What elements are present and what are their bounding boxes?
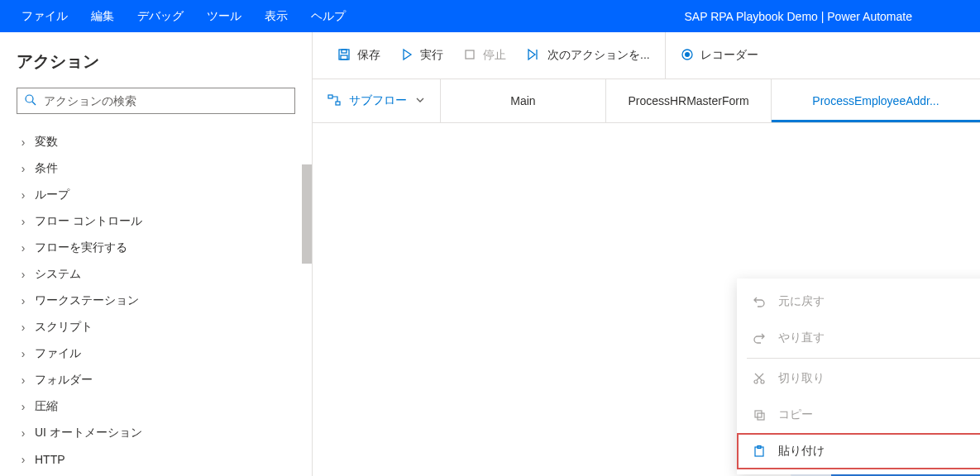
- window-title: SAP RPA Playbook Demo | Power Automate: [685, 10, 970, 23]
- svg-line-1: [32, 102, 36, 105]
- category-item[interactable]: ›ワークステーション: [10, 288, 302, 314]
- actions-sidebar: アクション ›変数 ›条件 ›ループ ›フロー コントロール ›フローを実行する…: [0, 32, 313, 476]
- category-label: フォルダー: [35, 373, 93, 388]
- category-item[interactable]: ›フローを実行する: [10, 235, 302, 261]
- save-label: 保存: [357, 48, 380, 63]
- category-item[interactable]: ›スクリプト: [10, 314, 302, 340]
- category-label: UI オートメーション: [35, 426, 142, 440]
- category-label: フロー コントロール: [35, 214, 142, 229]
- subflow-icon: [327, 93, 341, 109]
- content-area: 保存 実行 停止 次のアクションを... レコーダー: [313, 32, 980, 476]
- subflow-dropdown[interactable]: サブフロー: [313, 79, 441, 122]
- next-action-button[interactable]: 次のアクションを...: [516, 32, 660, 79]
- svg-marker-5: [404, 50, 411, 60]
- category-item[interactable]: ›フロー コントロール: [10, 208, 302, 235]
- run-button[interactable]: 実行: [390, 32, 453, 79]
- category-item[interactable]: ›フォルダー: [10, 367, 302, 393]
- svg-rect-6: [466, 50, 474, 59]
- svg-point-0: [26, 95, 33, 102]
- sidebar-scrollbar[interactable]: [302, 164, 312, 264]
- chevron-right-icon: ›: [17, 426, 30, 440]
- category-label: ファイル: [35, 346, 81, 361]
- stop-icon: [463, 48, 476, 64]
- tab-process-hr-master-form[interactable]: ProcessHRMasterForm: [606, 79, 772, 122]
- chevron-right-icon: ›: [17, 188, 30, 202]
- category-label: フローを実行する: [35, 240, 127, 255]
- svg-rect-3: [342, 50, 347, 53]
- category-item[interactable]: ›条件: [10, 155, 302, 182]
- category-label: ループ: [35, 188, 69, 202]
- run-label: 実行: [420, 48, 443, 63]
- menu-edit[interactable]: 編集: [79, 0, 126, 32]
- menu-debug[interactable]: デバッグ: [126, 0, 195, 32]
- category-item[interactable]: ›システム: [10, 261, 302, 288]
- menu-view[interactable]: 表示: [253, 0, 299, 32]
- svg-rect-11: [328, 95, 332, 98]
- chevron-right-icon: ›: [17, 321, 30, 334]
- step-icon: [526, 48, 541, 64]
- cut-icon: [752, 372, 767, 385]
- category-label: 圧縮: [35, 399, 58, 414]
- undo-icon: [752, 295, 767, 308]
- ctx-cut: 切り取り Ctrl+X: [737, 360, 980, 397]
- tab-process-employee-addr[interactable]: ProcessEmployeeAddr...: [772, 79, 980, 122]
- ctx-label: コピー: [778, 407, 980, 422]
- record-icon: [681, 48, 694, 64]
- copy-icon: [752, 408, 767, 421]
- search-actions-input[interactable]: [44, 94, 288, 107]
- svg-point-10: [685, 52, 690, 57]
- chevron-right-icon: ›: [17, 453, 30, 466]
- stop-button: 停止: [453, 32, 516, 79]
- category-item[interactable]: ›圧縮: [10, 393, 302, 420]
- toolbar-separator: [665, 32, 666, 79]
- save-icon: [337, 48, 351, 64]
- category-item[interactable]: ›変数: [10, 129, 302, 155]
- svg-point-23: [761, 380, 764, 383]
- tab-label: ProcessEmployeeAddr...: [812, 94, 939, 107]
- recorder-button[interactable]: レコーダー: [671, 32, 768, 79]
- ctx-label: 貼り付け: [778, 444, 980, 459]
- stop-label: 停止: [483, 48, 506, 63]
- menu-tools[interactable]: ツール: [195, 0, 253, 32]
- category-label: HTTP: [35, 453, 65, 466]
- redo-icon: [752, 331, 767, 345]
- chevron-right-icon: ›: [17, 294, 30, 307]
- chevron-right-icon: ›: [17, 241, 30, 255]
- toolbar: 保存 実行 停止 次のアクションを... レコーダー: [313, 32, 980, 79]
- chevron-right-icon: ›: [17, 162, 30, 175]
- recorder-label: レコーダー: [700, 48, 758, 63]
- category-item[interactable]: ›UI オートメーション: [10, 420, 302, 446]
- category-item[interactable]: ›ループ: [10, 182, 302, 208]
- category-label: スクリプト: [35, 320, 93, 335]
- category-list: ›変数 ›条件 ›ループ ›フロー コントロール ›フローを実行する ›システム…: [0, 129, 312, 476]
- tab-label: ProcessHRMasterForm: [628, 94, 748, 107]
- category-label: システム: [35, 267, 81, 282]
- tab-main[interactable]: Main: [441, 79, 606, 122]
- ctx-separator: [747, 358, 980, 359]
- ctx-undo: 元に戻す Ctrl+Z: [737, 283, 980, 320]
- svg-point-22: [754, 380, 758, 383]
- ctx-paste[interactable]: 貼り付け Ctrl+V: [737, 433, 980, 469]
- category-item[interactable]: ›ファイル: [10, 340, 302, 367]
- save-button[interactable]: 保存: [327, 32, 390, 79]
- ctx-copy: コピー Ctrl+C: [737, 397, 980, 433]
- menubar: ファイル 編集 デバッグ ツール 表示 ヘルプ SAP RPA Playbook…: [0, 0, 980, 32]
- play-icon: [400, 48, 414, 64]
- context-menu: 元に戻す Ctrl+Z やり直す Ctrl+Y 切り取り Ctrl+X コピー …: [737, 278, 980, 474]
- menu-file[interactable]: ファイル: [10, 0, 79, 32]
- category-label: 条件: [35, 161, 58, 176]
- category-item[interactable]: ›HTTP: [10, 446, 302, 473]
- svg-rect-12: [336, 102, 340, 105]
- svg-rect-26: [755, 411, 762, 417]
- ctx-label: やり直す: [778, 331, 980, 345]
- svg-rect-27: [758, 413, 764, 420]
- chevron-right-icon: ›: [17, 268, 30, 281]
- ctx-label: 元に戻す: [778, 294, 980, 309]
- search-icon: [24, 93, 44, 109]
- search-actions-box[interactable]: [17, 88, 295, 114]
- chevron-right-icon: ›: [17, 215, 30, 228]
- chevron-right-icon: ›: [17, 400, 30, 413]
- svg-marker-7: [528, 50, 535, 60]
- menu-help[interactable]: ヘルプ: [299, 0, 357, 32]
- ctx-label: 切り取り: [778, 371, 980, 386]
